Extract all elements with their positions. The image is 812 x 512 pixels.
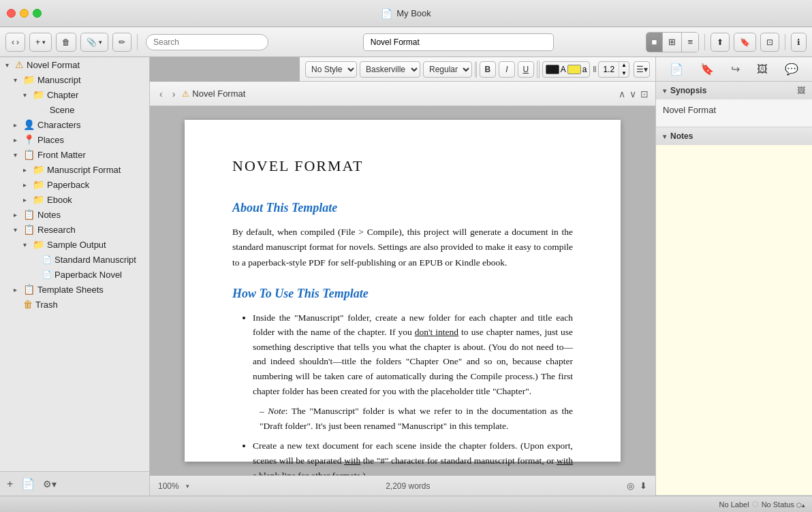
sidebar-item-trash[interactable]: ▸ 🗑 Trash [0, 297, 149, 312]
editor-header: ‹ › ⚠ Novel Format ∧ ∨ ⊡ [150, 82, 655, 106]
underline-btn[interactable]: U [518, 61, 534, 78]
synopsis-img-btn[interactable]: 🖼 [797, 86, 805, 95]
info-btn[interactable]: ℹ [791, 33, 807, 52]
notes-header[interactable]: ▾ Notes [656, 127, 812, 145]
notes-section: ▾ Notes [656, 127, 812, 496]
back-forward-btn[interactable]: ‹ › [5, 33, 25, 52]
nav-forward-btn[interactable]: › [170, 87, 178, 101]
sidebar-item-chapter[interactable]: ▾ 📁 Chapter [0, 87, 149, 102]
section-1-content: By default, when compiled (File > Compil… [232, 225, 573, 270]
sidebar-item-characters[interactable]: ▸ 👤 Characters [0, 117, 149, 132]
chapter-icon: 📁 [33, 89, 44, 100]
expand-arrow-template-sheets: ▸ [14, 286, 22, 293]
inspector-tab-doc[interactable]: 📄 [667, 60, 686, 78]
document-title-input[interactable] [363, 33, 554, 51]
sidebar-item-places[interactable]: ▸ 📍 Places [0, 132, 149, 147]
view-outline-btn[interactable]: ≡ [682, 33, 698, 52]
breadcrumb-title: Novel Format [192, 89, 245, 99]
synopsis-content: Novel Format [656, 99, 812, 127]
sidebar-item-template-sheets[interactable]: ▸ 📋 Template Sheets [0, 282, 149, 297]
add-btn[interactable]: + ▾ [29, 33, 52, 52]
sidebar-item-ebook[interactable]: ▸ 📁 Ebook [0, 192, 149, 207]
front-matter-icon: 📋 [23, 149, 35, 160]
app-icon: 📄 [381, 8, 392, 19]
link-btn[interactable]: 📎 ▾ [80, 33, 108, 52]
expand-editor-btn[interactable]: ⊡ [640, 89, 649, 99]
new-doc-btn[interactable]: 📄 [20, 476, 36, 492]
inspector-tab-bookmark[interactable]: 🔖 [698, 60, 717, 78]
line-height-control: Ⅱ 1.2 ▲ ▼ [593, 61, 629, 78]
breadcrumb: ⚠ Novel Format [182, 89, 245, 99]
synopsis-header[interactable]: ▾ Synopsis 🖼 [656, 82, 812, 99]
italic-btn[interactable]: I [499, 61, 515, 78]
sidebar-item-sample-output[interactable]: ▾ 📁 Sample Output [0, 237, 149, 252]
notes-content[interactable] [656, 145, 812, 495]
scroll-down-btn[interactable]: ∨ [629, 89, 636, 99]
expand-arrow-sample-output: ▾ [23, 241, 31, 249]
editor-content[interactable]: Novel Format About This Template By defa… [150, 106, 655, 475]
share-icon: ⬆ [717, 37, 723, 47]
inspector-tab-comments[interactable]: 💬 [782, 60, 801, 78]
line-spacing-down-btn[interactable]: ▼ [619, 69, 629, 78]
font-select[interactable]: Baskerville [360, 61, 420, 78]
weight-select[interactable]: Regular [423, 61, 472, 78]
sidebar-item-manuscript-format[interactable]: ▸ 📁 Manuscript Format [0, 162, 149, 177]
std-ms-label: Standard Manuscript [54, 255, 136, 265]
edit-btn[interactable]: ✏ [112, 33, 131, 52]
sidebar-item-standard-manuscript[interactable]: ▸ 📄 Standard Manuscript [0, 252, 149, 267]
highlight-label: a [582, 65, 587, 74]
maximize-button[interactable] [33, 9, 42, 18]
notes-label: Notes [670, 131, 693, 141]
no-status-btn[interactable]: No Status ⬡▴ [762, 500, 805, 509]
line-spacing-spinbox[interactable]: 1.2 ▲ ▼ [598, 61, 629, 78]
footer-right: ◎ ⬇ [627, 481, 647, 491]
view-single-btn[interactable]: ■ [646, 33, 663, 52]
settings-btn[interactable]: ⚙▾ [42, 477, 58, 491]
no-label-btn[interactable]: No Label [719, 500, 749, 509]
sub-bullet-1: Note: The "Manuscript" folder is what we… [260, 404, 573, 433]
sidebar-item-paperback[interactable]: ▸ 📁 Paperback [0, 177, 149, 192]
share-btn[interactable]: ⬆ [710, 33, 730, 52]
sidebar-footer: + 📄 ⚙▾ [0, 471, 149, 496]
export-icon-btn[interactable]: ⬇ [640, 481, 647, 491]
synopsis-section: ▾ Synopsis 🖼 Novel Format [656, 82, 812, 127]
sidebar-item-manuscript[interactable]: ▾ 📁 Manuscript [0, 72, 149, 87]
search-input[interactable] [146, 34, 268, 50]
sidebar-item-scene[interactable]: ▸ □ Scene [0, 102, 149, 117]
synopsis-arrow: ▾ [663, 87, 666, 95]
add-item-btn[interactable]: + [5, 477, 14, 492]
view-grid-btn[interactable]: ⊞ [663, 33, 682, 52]
list-btn[interactable]: ☰▾ [634, 61, 650, 78]
synopsis-label: Synopsis [670, 86, 706, 95]
expand-arrow-ms-format: ▸ [23, 166, 31, 174]
nav-back-btn[interactable]: ‹ [157, 87, 166, 101]
expand-arrow-research: ▾ [14, 226, 22, 234]
inspector-tab-link[interactable]: ↪ [728, 60, 743, 78]
font-size-control[interactable]: 21 ▲ ▼ [475, 61, 477, 78]
align-left-btn[interactable]: ≡ [537, 61, 540, 78]
trash-btn[interactable]: 🗑 [56, 33, 76, 52]
minimize-button[interactable] [20, 9, 29, 18]
sidebar-item-notes[interactable]: ▸ 📋 Notes [0, 207, 149, 222]
bookmark-btn[interactable]: 🔖 [734, 33, 756, 52]
color-label: A [561, 65, 566, 74]
style-select[interactable]: No Style [305, 61, 357, 78]
inspector-tab-image[interactable]: 🖼 [754, 61, 770, 78]
close-button[interactable] [7, 9, 16, 18]
sidebar-item-novel-format[interactable]: ▾ ⚠ Novel Format [0, 57, 149, 72]
how-to-list: Inside the "Manuscript" folder, create a… [239, 310, 573, 475]
alignment-group: ≡ ≡ ≡ ≡ [537, 61, 540, 78]
ms-format-label: Manuscript Format [47, 165, 121, 175]
sidebar-item-research[interactable]: ▾ 📋 Research [0, 222, 149, 237]
bold-btn[interactable]: B [480, 61, 496, 78]
characters-icon: 👤 [23, 119, 35, 130]
sidebar-item-front-matter[interactable]: ▾ 📋 Front Matter [0, 147, 149, 162]
sidebar-item-paperback-novel[interactable]: ▸ 📄 Paperback Novel [0, 267, 149, 282]
snap-btn[interactable]: ⊡ [760, 33, 779, 52]
paperback-label: Paperback [47, 180, 89, 190]
main-layout: ▾ ⚠ Novel Format ▾ 📁 Manuscript ▾ 📁 Chap… [0, 57, 812, 496]
scroll-up-btn[interactable]: ∧ [619, 89, 625, 99]
status-icon-btn[interactable]: ◎ [627, 481, 634, 491]
color-control[interactable]: A a [542, 61, 591, 78]
line-spacing-up-btn[interactable]: ▲ [619, 61, 629, 69]
